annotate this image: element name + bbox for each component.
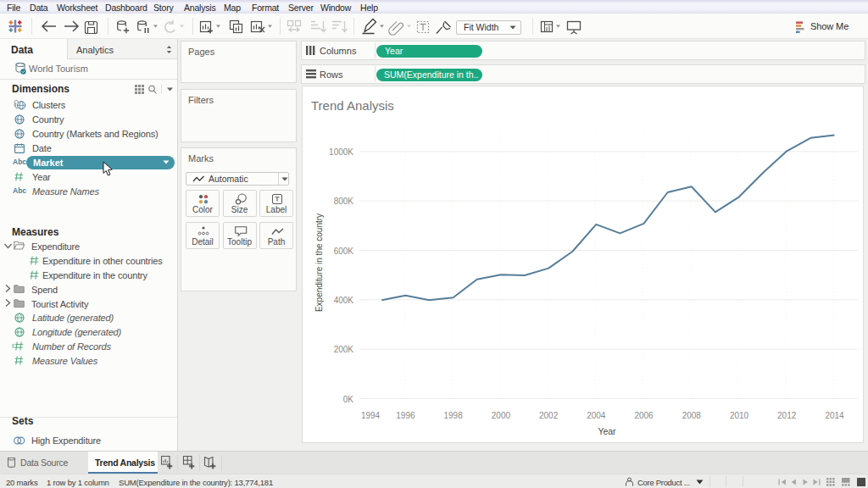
svg-text:200K: 200K <box>334 345 354 354</box>
svg-text:2010: 2010 <box>730 411 749 420</box>
svg-text:0K: 0K <box>343 395 354 404</box>
svg-text:400K: 400K <box>334 296 354 305</box>
svg-text:2002: 2002 <box>539 411 559 420</box>
svg-text:2004: 2004 <box>587 411 606 420</box>
svg-text:2012: 2012 <box>777 411 797 420</box>
svg-text:1998: 1998 <box>443 411 463 420</box>
svg-text:2014: 2014 <box>825 411 844 420</box>
svg-text:Expenditure in the country: Expenditure in the country <box>314 214 324 312</box>
svg-text:800K: 800K <box>334 197 354 206</box>
svg-text:2006: 2006 <box>634 411 654 420</box>
svg-text:2008: 2008 <box>682 411 702 420</box>
svg-text:1996: 1996 <box>396 411 415 420</box>
svg-text:1994: 1994 <box>361 411 381 420</box>
svg-text:2000: 2000 <box>492 411 511 420</box>
svg-text:Trend Analysis: Trend Analysis <box>311 98 394 113</box>
svg-text:600K: 600K <box>334 247 354 256</box>
svg-text:Year: Year <box>598 426 616 436</box>
svg-text:1000K: 1000K <box>329 147 353 157</box>
